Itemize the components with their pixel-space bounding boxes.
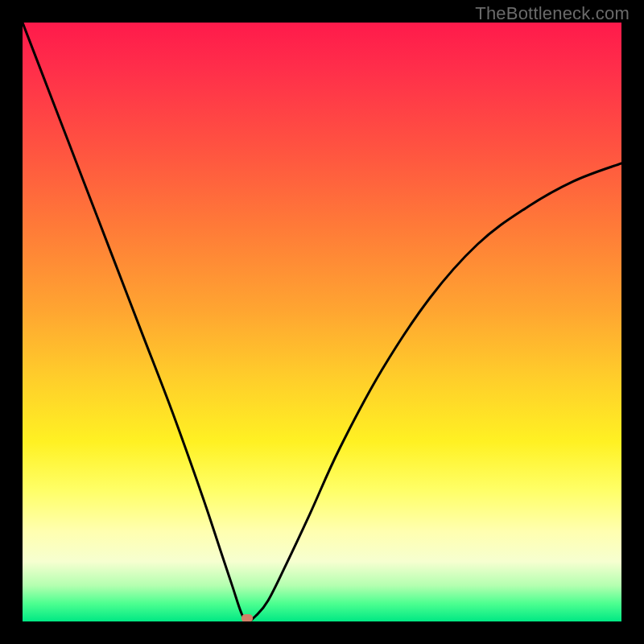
chart-canvas: TheBottleneck.com [0, 0, 644, 644]
plot-area [23, 23, 621, 621]
watermark-text: TheBottleneck.com [475, 3, 630, 24]
minimum-marker-icon [242, 614, 253, 621]
bottleneck-curve [23, 23, 621, 621]
